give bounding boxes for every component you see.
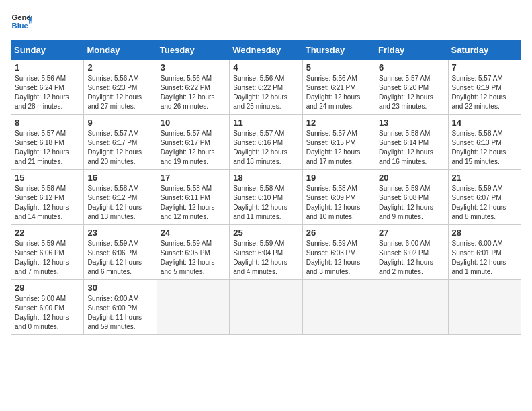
calendar-cell: 21Sunrise: 5:59 AMSunset: 6:07 PMDayligh… bbox=[448, 170, 521, 225]
day-number: 18 bbox=[233, 173, 298, 183]
day-number: 12 bbox=[306, 118, 371, 128]
cell-content: Sunrise: 5:57 AMSunset: 6:16 PMDaylight:… bbox=[233, 129, 298, 167]
weekday-header-monday: Monday bbox=[84, 41, 157, 60]
day-number: 30 bbox=[87, 283, 152, 293]
day-number: 29 bbox=[15, 283, 80, 293]
calendar-week-5: 29Sunrise: 6:00 AMSunset: 6:00 PMDayligh… bbox=[11, 280, 521, 335]
day-number: 26 bbox=[306, 228, 371, 238]
cell-content: Sunrise: 5:56 AMSunset: 6:22 PMDaylight:… bbox=[161, 74, 226, 111]
calendar-cell: 1Sunrise: 5:56 AMSunset: 6:24 PMDaylight… bbox=[11, 60, 84, 115]
calendar-cell: 30Sunrise: 6:00 AMSunset: 6:00 PMDayligh… bbox=[84, 280, 157, 335]
cell-content: Sunrise: 5:58 AMSunset: 6:12 PMDaylight:… bbox=[87, 184, 152, 222]
calendar-week-2: 8Sunrise: 5:57 AMSunset: 6:18 PMDaylight… bbox=[11, 115, 521, 170]
calendar-cell: 27Sunrise: 6:00 AMSunset: 6:02 PMDayligh… bbox=[375, 225, 448, 280]
day-number: 17 bbox=[161, 173, 226, 183]
calendar-cell: 7Sunrise: 5:57 AMSunset: 6:19 PMDaylight… bbox=[448, 60, 521, 115]
calendar-cell: 4Sunrise: 5:56 AMSunset: 6:22 PMDaylight… bbox=[230, 60, 302, 115]
day-number: 28 bbox=[452, 228, 517, 238]
cell-content: Sunrise: 5:59 AMSunset: 6:06 PMDaylight:… bbox=[15, 239, 80, 277]
cell-content: Sunrise: 5:58 AMSunset: 6:12 PMDaylight:… bbox=[15, 184, 80, 222]
cell-content: Sunrise: 5:58 AMSunset: 6:11 PMDaylight:… bbox=[161, 184, 226, 222]
calendar-cell: 9Sunrise: 5:57 AMSunset: 6:17 PMDaylight… bbox=[84, 115, 157, 170]
cell-content: Sunrise: 5:57 AMSunset: 6:17 PMDaylight:… bbox=[161, 129, 226, 167]
cell-content: Sunrise: 5:56 AMSunset: 6:22 PMDaylight:… bbox=[233, 74, 298, 111]
cell-content: Sunrise: 5:58 AMSunset: 6:10 PMDaylight:… bbox=[233, 184, 298, 222]
day-number: 14 bbox=[452, 118, 517, 128]
day-number: 21 bbox=[452, 173, 517, 183]
calendar-cell: 6Sunrise: 5:57 AMSunset: 6:20 PMDaylight… bbox=[375, 60, 448, 115]
cell-content: Sunrise: 6:00 AMSunset: 6:00 PMDaylight:… bbox=[87, 294, 152, 332]
day-number: 16 bbox=[87, 173, 152, 183]
calendar-cell: 13Sunrise: 5:58 AMSunset: 6:14 PMDayligh… bbox=[375, 115, 448, 170]
cell-content: Sunrise: 5:57 AMSunset: 6:19 PMDaylight:… bbox=[452, 74, 517, 111]
day-number: 23 bbox=[87, 228, 152, 238]
calendar-cell: 29Sunrise: 6:00 AMSunset: 6:00 PMDayligh… bbox=[11, 280, 84, 335]
day-number: 5 bbox=[306, 62, 371, 73]
calendar-cell: 16Sunrise: 5:58 AMSunset: 6:12 PMDayligh… bbox=[84, 170, 157, 225]
weekday-header-friday: Friday bbox=[375, 41, 448, 60]
cell-content: Sunrise: 5:56 AMSunset: 6:23 PMDaylight:… bbox=[87, 74, 152, 111]
svg-text:Blue: Blue bbox=[12, 21, 28, 30]
calendar-cell bbox=[375, 280, 448, 335]
day-number: 13 bbox=[379, 118, 444, 128]
calendar-cell: 20Sunrise: 5:59 AMSunset: 6:08 PMDayligh… bbox=[375, 170, 448, 225]
day-number: 2 bbox=[87, 62, 152, 73]
weekday-header-thursday: Thursday bbox=[302, 41, 375, 60]
calendar-cell: 15Sunrise: 5:58 AMSunset: 6:12 PMDayligh… bbox=[11, 170, 84, 225]
calendar-cell: 5Sunrise: 5:56 AMSunset: 6:21 PMDaylight… bbox=[302, 60, 375, 115]
calendar-cell: 8Sunrise: 5:57 AMSunset: 6:18 PMDaylight… bbox=[11, 115, 84, 170]
cell-content: Sunrise: 5:57 AMSunset: 6:17 PMDaylight:… bbox=[87, 129, 152, 167]
day-number: 15 bbox=[15, 173, 80, 183]
cell-content: Sunrise: 5:58 AMSunset: 6:13 PMDaylight:… bbox=[452, 129, 517, 167]
day-number: 3 bbox=[161, 62, 226, 73]
calendar-table: SundayMondayTuesdayWednesdayThursdayFrid… bbox=[11, 40, 521, 335]
day-number: 9 bbox=[87, 118, 152, 128]
day-number: 27 bbox=[379, 228, 444, 238]
calendar-cell: 25Sunrise: 5:59 AMSunset: 6:04 PMDayligh… bbox=[230, 225, 302, 280]
calendar-cell: 10Sunrise: 5:57 AMSunset: 6:17 PMDayligh… bbox=[157, 115, 229, 170]
cell-content: Sunrise: 6:00 AMSunset: 6:02 PMDaylight:… bbox=[379, 239, 444, 277]
calendar-week-1: 1Sunrise: 5:56 AMSunset: 6:24 PMDaylight… bbox=[11, 60, 521, 115]
calendar-cell: 12Sunrise: 5:57 AMSunset: 6:15 PMDayligh… bbox=[302, 115, 375, 170]
cell-content: Sunrise: 5:58 AMSunset: 6:14 PMDaylight:… bbox=[379, 129, 444, 167]
calendar-cell: 22Sunrise: 5:59 AMSunset: 6:06 PMDayligh… bbox=[11, 225, 84, 280]
cell-content: Sunrise: 5:56 AMSunset: 6:21 PMDaylight:… bbox=[306, 74, 371, 111]
calendar-cell: 23Sunrise: 5:59 AMSunset: 6:06 PMDayligh… bbox=[84, 225, 157, 280]
calendar-cell: 11Sunrise: 5:57 AMSunset: 6:16 PMDayligh… bbox=[230, 115, 302, 170]
calendar-week-4: 22Sunrise: 5:59 AMSunset: 6:06 PMDayligh… bbox=[11, 225, 521, 280]
calendar-cell: 19Sunrise: 5:58 AMSunset: 6:09 PMDayligh… bbox=[302, 170, 375, 225]
day-number: 10 bbox=[161, 118, 226, 128]
logo: General Blue bbox=[11, 11, 32, 32]
calendar-cell: 14Sunrise: 5:58 AMSunset: 6:13 PMDayligh… bbox=[448, 115, 521, 170]
calendar-cell bbox=[157, 280, 229, 335]
cell-content: Sunrise: 5:57 AMSunset: 6:15 PMDaylight:… bbox=[306, 129, 371, 167]
cell-content: Sunrise: 5:57 AMSunset: 6:20 PMDaylight:… bbox=[379, 74, 444, 111]
cell-content: Sunrise: 6:00 AMSunset: 6:00 PMDaylight:… bbox=[15, 294, 80, 332]
calendar-cell bbox=[448, 280, 521, 335]
cell-content: Sunrise: 5:58 AMSunset: 6:09 PMDaylight:… bbox=[306, 184, 371, 222]
cell-content: Sunrise: 5:59 AMSunset: 6:04 PMDaylight:… bbox=[233, 239, 298, 277]
cell-content: Sunrise: 5:59 AMSunset: 6:06 PMDaylight:… bbox=[87, 239, 152, 277]
calendar-cell: 24Sunrise: 5:59 AMSunset: 6:05 PMDayligh… bbox=[157, 225, 229, 280]
cell-content: Sunrise: 6:00 AMSunset: 6:01 PMDaylight:… bbox=[452, 239, 517, 277]
cell-content: Sunrise: 5:59 AMSunset: 6:08 PMDaylight:… bbox=[379, 184, 444, 222]
weekday-header-saturday: Saturday bbox=[448, 41, 521, 60]
page-header: General Blue bbox=[11, 11, 521, 32]
calendar-cell: 2Sunrise: 5:56 AMSunset: 6:23 PMDaylight… bbox=[84, 60, 157, 115]
day-number: 4 bbox=[233, 62, 298, 73]
day-number: 7 bbox=[452, 62, 517, 73]
cell-content: Sunrise: 5:59 AMSunset: 6:07 PMDaylight:… bbox=[452, 184, 517, 222]
day-number: 8 bbox=[15, 118, 80, 128]
calendar-cell: 26Sunrise: 5:59 AMSunset: 6:03 PMDayligh… bbox=[302, 225, 375, 280]
day-number: 20 bbox=[379, 173, 444, 183]
day-number: 19 bbox=[306, 173, 371, 183]
cell-content: Sunrise: 5:59 AMSunset: 6:03 PMDaylight:… bbox=[306, 239, 371, 277]
logo-icon: General Blue bbox=[11, 11, 32, 32]
calendar-cell bbox=[230, 280, 302, 335]
calendar-week-3: 15Sunrise: 5:58 AMSunset: 6:12 PMDayligh… bbox=[11, 170, 521, 225]
day-number: 24 bbox=[161, 228, 226, 238]
day-number: 25 bbox=[233, 228, 298, 238]
day-number: 11 bbox=[233, 118, 298, 128]
calendar-cell: 3Sunrise: 5:56 AMSunset: 6:22 PMDaylight… bbox=[157, 60, 229, 115]
weekday-header-tuesday: Tuesday bbox=[157, 41, 229, 60]
